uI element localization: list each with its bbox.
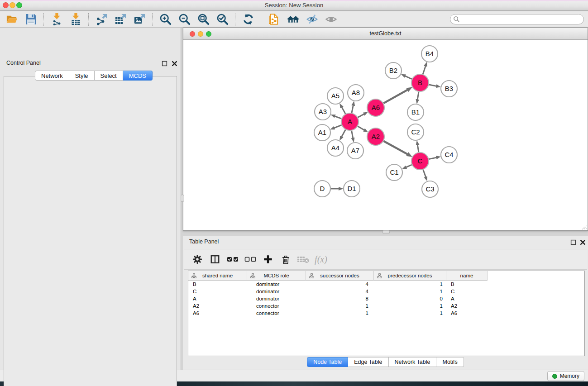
tab-select[interactable]: Select <box>95 71 123 81</box>
graph-edge-A2-C[interactable] <box>384 141 408 154</box>
graph-edge-B-B3[interactable] <box>429 85 437 86</box>
tab-network-table[interactable]: Network Table <box>389 357 437 367</box>
network-close-button[interactable] <box>190 31 195 37</box>
select-all-columns-button[interactable] <box>226 253 239 266</box>
graph-edge-C-C1[interactable] <box>406 165 412 167</box>
graph-edge-C-C4[interactable] <box>429 157 437 159</box>
graph-node-D1[interactable]: D1 <box>344 181 360 197</box>
table-cell[interactable]: dominator <box>247 288 306 295</box>
table-cell[interactable]: A <box>446 295 488 302</box>
table-cell[interactable]: 4 <box>306 288 374 295</box>
resize-grip-icon[interactable] <box>581 224 587 230</box>
tab-motifs[interactable]: Motifs <box>436 357 464 367</box>
table-cell[interactable]: A6 <box>446 310 488 317</box>
maximize-window-button[interactable] <box>16 2 22 8</box>
graph-edge-A-A3[interactable] <box>335 116 341 119</box>
graph-node-A7[interactable]: A7 <box>347 143 363 159</box>
graph-edge-C-C3[interactable] <box>423 170 426 177</box>
graph-node-C1[interactable]: C1 <box>386 164 402 181</box>
table-cell[interactable]: 1 <box>374 302 446 310</box>
table-cell[interactable]: dominator <box>247 281 306 288</box>
delete-columns-button[interactable] <box>279 253 292 266</box>
graph-node-B4[interactable]: B4 <box>421 46 438 62</box>
table-cell[interactable]: A2 <box>446 302 488 310</box>
table-cell[interactable]: 8 <box>306 295 374 302</box>
network-horizontal-scrollbar[interactable] <box>382 230 390 234</box>
deselect-all-columns-button[interactable] <box>244 253 257 266</box>
graph-edge-B-B4[interactable] <box>423 66 425 74</box>
graph-edge-A-A7[interactable] <box>352 131 353 138</box>
graph-node-B1[interactable]: B1 <box>407 104 424 120</box>
graph-node-A6[interactable]: A6 <box>367 99 384 116</box>
table-cell[interactable]: B <box>188 281 247 288</box>
minimize-window-button[interactable] <box>10 2 15 8</box>
show-all-button[interactable] <box>323 12 339 27</box>
graph-node-B[interactable]: B <box>411 74 429 91</box>
graph-node-C4[interactable]: C4 <box>441 147 457 163</box>
network-vertical-scrollbar[interactable] <box>181 195 184 202</box>
graph-edge-A-A5[interactable] <box>342 107 345 114</box>
float-table-panel-icon[interactable] <box>570 239 576 245</box>
split-panel-button[interactable] <box>208 253 222 266</box>
graph-node-A2[interactable]: A2 <box>367 128 384 145</box>
table-row[interactable]: Cdominator41C <box>188 288 584 295</box>
close-panel-icon[interactable] <box>172 60 177 66</box>
create-column-button[interactable] <box>261 253 275 266</box>
table-cell[interactable]: 1 <box>306 310 374 317</box>
graph-edge-A-A2[interactable] <box>358 126 364 130</box>
table-cell[interactable]: 0 <box>374 295 446 302</box>
graph-node-C2[interactable]: C2 <box>407 124 424 140</box>
column-settings-button[interactable] <box>191 253 204 266</box>
graph-edge-C-C2[interactable] <box>417 145 419 152</box>
graph-node-A[interactable]: A <box>341 113 359 130</box>
table-row[interactable]: Adominator80A <box>188 295 584 302</box>
graph-edge-A-A8[interactable] <box>352 105 353 113</box>
graph-edge-B-B2[interactable] <box>405 76 412 79</box>
column-header-successor-nodes[interactable]: successor nodes <box>306 271 374 281</box>
table-cell[interactable]: C <box>188 288 247 295</box>
table-cell[interactable]: connector <box>247 302 306 310</box>
column-header-shared-name[interactable]: shared name <box>188 271 247 281</box>
graph-node-C[interactable]: C <box>411 152 429 170</box>
network-minimize-button[interactable] <box>198 31 203 37</box>
table-row[interactable]: Bdominator41B <box>188 281 584 288</box>
network-canvas[interactable]: B4B2BB3A8A5A6B1A3AC2A1A2A4A7C4CC1C3DD1 <box>183 40 588 230</box>
export-network-button[interactable] <box>93 12 110 27</box>
table-cell[interactable]: dominator <box>247 295 306 302</box>
column-header-predecessor-nodes[interactable]: predecessor nodes <box>374 271 446 281</box>
graph-node-A4[interactable]: A4 <box>327 140 344 156</box>
graph-node-B2[interactable]: B2 <box>385 62 402 79</box>
close-table-panel-icon[interactable] <box>580 239 586 245</box>
table-cell[interactable]: C <box>446 288 488 295</box>
zoom-selected-button[interactable] <box>214 12 230 27</box>
graph-node-A5[interactable]: A5 <box>327 88 344 104</box>
table-row[interactable]: A2connector11A2 <box>188 302 584 310</box>
apply-layout-button[interactable] <box>240 12 256 27</box>
graph-node-C3[interactable]: C3 <box>422 181 438 197</box>
table-row[interactable]: A6connector11A6 <box>188 310 584 317</box>
table-cell[interactable]: 1 <box>306 302 374 310</box>
tab-node-table[interactable]: Node Table <box>307 357 348 367</box>
graph-node-A8[interactable]: A8 <box>348 85 364 101</box>
zoom-in-button[interactable] <box>157 12 173 27</box>
network-maximize-button[interactable] <box>206 31 211 37</box>
column-header-name[interactable]: name <box>446 271 488 281</box>
float-panel-icon[interactable] <box>162 60 167 66</box>
tab-network[interactable]: Network <box>35 71 69 81</box>
open-file-button[interactable] <box>4 12 20 27</box>
graph-node-D[interactable]: D <box>314 181 330 197</box>
memory-button[interactable]: Memory <box>547 371 584 381</box>
table-cell[interactable]: A6 <box>188 310 247 317</box>
first-neighbors-button[interactable] <box>285 12 301 27</box>
graph-node-A1[interactable]: A1 <box>314 124 330 141</box>
table-cell[interactable]: 1 <box>374 288 446 295</box>
graph-edge-A-A4[interactable] <box>342 130 346 137</box>
table-cell[interactable]: 1 <box>374 310 446 317</box>
tab-mcds[interactable]: MCDS <box>123 71 153 81</box>
tab-edge-table[interactable]: Edge Table <box>348 357 388 367</box>
save-session-button[interactable] <box>23 12 39 27</box>
table-cell[interactable]: 4 <box>306 281 374 288</box>
new-network-from-selection-button[interactable] <box>266 12 282 27</box>
search-input[interactable] <box>450 14 584 24</box>
graph-edge-A6-B[interactable] <box>383 90 407 104</box>
